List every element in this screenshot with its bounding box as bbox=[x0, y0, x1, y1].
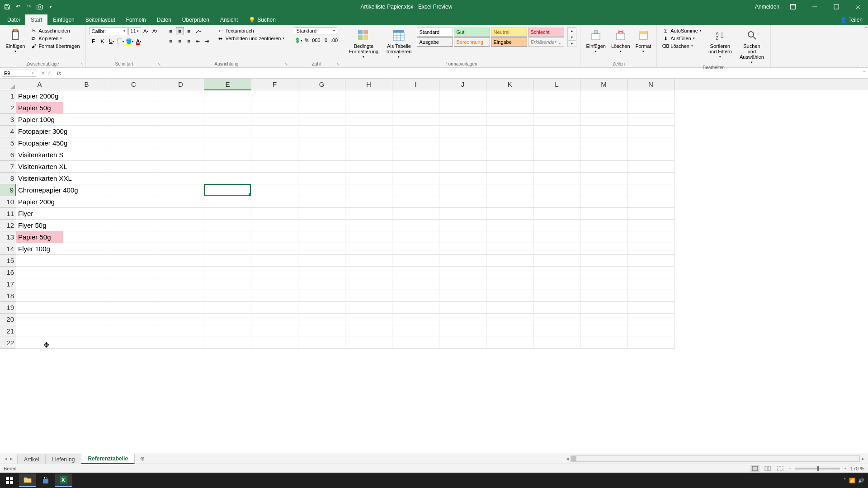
cell[interactable] bbox=[157, 278, 204, 290]
cell[interactable] bbox=[486, 184, 533, 196]
cell[interactable] bbox=[392, 149, 439, 161]
cell[interactable] bbox=[110, 325, 157, 337]
decrease-decimal-button[interactable]: .0 bbox=[321, 36, 329, 44]
accept-formula-icon[interactable]: ✓ bbox=[47, 70, 52, 76]
cell[interactable]: Papier 200g bbox=[16, 196, 63, 208]
cell[interactable] bbox=[63, 220, 110, 231]
cell[interactable] bbox=[204, 102, 251, 114]
cell[interactable] bbox=[16, 302, 63, 314]
cell[interactable] bbox=[486, 114, 533, 126]
cell[interactable] bbox=[533, 302, 580, 314]
row-header[interactable]: 5 bbox=[0, 137, 16, 149]
align-top-button[interactable]: ≡ bbox=[167, 27, 175, 35]
cell[interactable] bbox=[533, 161, 580, 173]
cell[interactable] bbox=[63, 290, 110, 302]
cell[interactable] bbox=[392, 220, 439, 231]
cell[interactable] bbox=[486, 126, 533, 137]
cell[interactable] bbox=[110, 314, 157, 325]
cell[interactable] bbox=[204, 267, 251, 278]
cell[interactable] bbox=[16, 255, 63, 267]
cell[interactable] bbox=[580, 243, 627, 255]
cell[interactable] bbox=[157, 184, 204, 196]
cell[interactable] bbox=[627, 126, 675, 137]
cell[interactable] bbox=[580, 90, 627, 102]
cell[interactable]: Fotopapier 450g bbox=[16, 137, 63, 149]
cell[interactable]: Visitenkarten XL bbox=[16, 161, 63, 173]
cell[interactable] bbox=[251, 290, 298, 302]
percent-button[interactable]: % bbox=[303, 36, 311, 44]
cell[interactable] bbox=[251, 231, 298, 243]
file-explorer-taskbar-icon[interactable] bbox=[19, 474, 36, 487]
fill-color-button[interactable]: 🪣▾ bbox=[126, 37, 134, 45]
cell[interactable] bbox=[157, 337, 204, 349]
cell[interactable] bbox=[486, 161, 533, 173]
cell[interactable] bbox=[627, 255, 675, 267]
cell[interactable] bbox=[251, 196, 298, 208]
cell[interactable] bbox=[157, 231, 204, 243]
cell[interactable] bbox=[627, 184, 675, 196]
tab-home[interactable]: Start bbox=[25, 14, 47, 25]
cell[interactable] bbox=[16, 337, 63, 349]
cell[interactable] bbox=[392, 337, 439, 349]
cell[interactable] bbox=[251, 137, 298, 149]
cell[interactable] bbox=[439, 314, 486, 325]
paste-button[interactable]: Einfügen▾ bbox=[4, 27, 27, 55]
font-size-select[interactable]: 11▾ bbox=[128, 27, 141, 35]
cell[interactable] bbox=[345, 278, 392, 290]
hscroll-left-icon[interactable]: ◂ bbox=[566, 455, 569, 462]
cancel-formula-icon[interactable]: ✕ bbox=[41, 70, 45, 76]
cell[interactable] bbox=[580, 196, 627, 208]
cell[interactable] bbox=[157, 290, 204, 302]
cell[interactable] bbox=[204, 161, 251, 173]
cell[interactable] bbox=[298, 231, 345, 243]
cell[interactable]: Visitenkarten S bbox=[16, 149, 63, 161]
align-left-button[interactable]: ≡ bbox=[167, 37, 175, 45]
sort-filter-button[interactable]: AZSortieren und Filtern▾ bbox=[705, 27, 735, 60]
cell[interactable] bbox=[345, 267, 392, 278]
cell[interactable] bbox=[110, 290, 157, 302]
cell[interactable] bbox=[627, 220, 675, 231]
cell[interactable] bbox=[204, 196, 251, 208]
column-header[interactable]: H bbox=[345, 79, 392, 90]
cell[interactable] bbox=[345, 90, 392, 102]
cell[interactable] bbox=[251, 314, 298, 325]
row-header[interactable]: 1 bbox=[0, 90, 16, 102]
cell[interactable] bbox=[345, 149, 392, 161]
column-header[interactable]: J bbox=[439, 79, 486, 90]
sheet-tab[interactable]: Referenztabelle bbox=[81, 453, 135, 464]
cell[interactable] bbox=[345, 325, 392, 337]
sign-in-link[interactable]: Anmelden bbox=[755, 4, 779, 10]
cell[interactable] bbox=[63, 137, 110, 149]
accounting-button[interactable]: 💲▾ bbox=[294, 36, 302, 44]
expand-formula-bar-icon[interactable]: ˅ bbox=[860, 70, 868, 75]
cell[interactable] bbox=[63, 231, 110, 243]
cell[interactable] bbox=[533, 184, 580, 196]
cell[interactable] bbox=[204, 208, 251, 220]
align-bottom-button[interactable]: ≡ bbox=[185, 27, 193, 35]
cell[interactable] bbox=[486, 102, 533, 114]
cell[interactable] bbox=[157, 302, 204, 314]
sheet-nav-next-icon[interactable]: ▸ bbox=[10, 455, 13, 462]
cell[interactable] bbox=[251, 255, 298, 267]
cell[interactable] bbox=[439, 290, 486, 302]
style-bad[interactable]: Schlecht bbox=[528, 28, 564, 37]
qat-customize-icon[interactable]: ▾ bbox=[47, 3, 54, 10]
tab-file[interactable]: Datei bbox=[2, 14, 25, 25]
cell[interactable] bbox=[392, 314, 439, 325]
share-button[interactable]: 👤Teilen bbox=[835, 14, 868, 25]
cell[interactable] bbox=[533, 137, 580, 149]
style-gallery-up-icon[interactable]: ▴ bbox=[568, 28, 576, 34]
increase-indent-button[interactable]: ⇥ bbox=[203, 37, 211, 45]
cell[interactable] bbox=[204, 173, 251, 184]
align-right-button[interactable]: ≡ bbox=[185, 37, 193, 45]
cell[interactable] bbox=[392, 126, 439, 137]
cell[interactable] bbox=[298, 337, 345, 349]
cell[interactable] bbox=[439, 126, 486, 137]
cell[interactable] bbox=[16, 314, 63, 325]
cell[interactable] bbox=[439, 161, 486, 173]
number-format-select[interactable]: Standard▾ bbox=[294, 27, 337, 34]
cell[interactable] bbox=[110, 137, 157, 149]
row-header[interactable]: 2 bbox=[0, 102, 16, 114]
cell[interactable] bbox=[110, 278, 157, 290]
cell[interactable] bbox=[16, 278, 63, 290]
